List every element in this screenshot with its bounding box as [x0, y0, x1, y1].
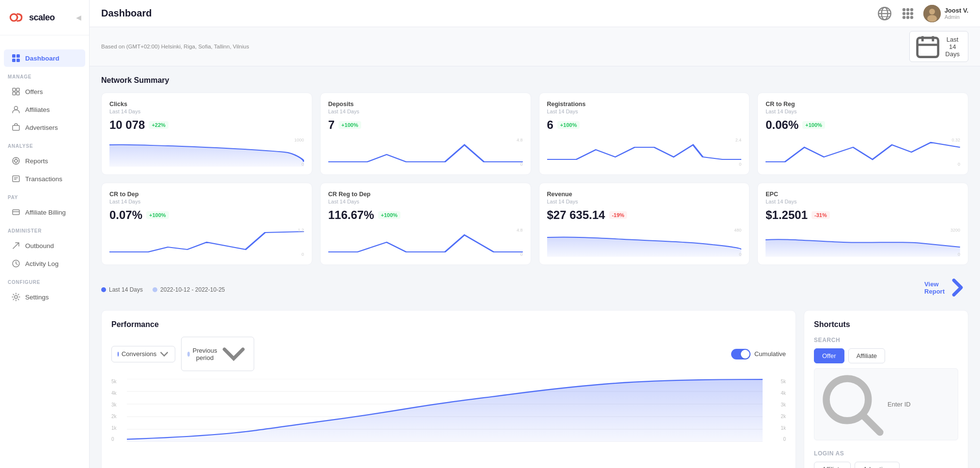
metric-reg-badge: +100%: [557, 121, 580, 129]
metric-deposits-label: Deposits: [328, 101, 523, 108]
cumulative-switch[interactable]: [731, 349, 750, 359]
globe-icon[interactable]: [877, 6, 892, 21]
svg-point-29: [902, 12, 905, 15]
search-id-input[interactable]: [888, 401, 953, 408]
sidebar-item-transactions[interactable]: Transactions: [4, 170, 85, 187]
svg-rect-17: [13, 210, 19, 215]
prev-period-dropdown[interactable]: Previous period: [181, 337, 254, 371]
metric-revenue-period: Last 14 Days: [547, 199, 742, 204]
sidebar-item-outbound-label: Outbound: [25, 242, 54, 250]
metric-epc-period: Last 14 Days: [766, 199, 960, 204]
performance-section: Performance Conversions Previous period: [101, 310, 796, 468]
metric-revenue-label: Revenue: [547, 191, 742, 198]
sidebar-item-advertisers[interactable]: Advertisers: [4, 119, 85, 136]
settings-icon: [12, 293, 20, 301]
svg-rect-11: [13, 125, 19, 130]
metric-cr-reg-dep-period: Last 14 Days: [328, 199, 523, 204]
epc-chart: 3200 0: [766, 228, 960, 257]
outbound-icon: [12, 241, 20, 250]
search-affiliate-btn[interactable]: Affiliate: [848, 348, 885, 363]
apps-icon[interactable]: [900, 6, 916, 21]
legend-previous-label: 2022-10-12 - 2022-10-25: [160, 286, 225, 293]
metric-cr-reg-period: Last 14 Days: [766, 109, 960, 114]
sidebar-collapse-icon[interactable]: ◀: [76, 14, 81, 21]
user-role: Admin: [945, 14, 968, 20]
user-details: Joost V. Admin: [945, 7, 968, 20]
clicks-chart: 1000 0: [109, 138, 304, 167]
sidebar: scaleo ◀ Dashboard MANAGE Offers Affilia…: [0, 0, 90, 468]
metric-cr-reg: CR to Reg Last 14 Days 0.06% +100% 0.32 …: [757, 93, 968, 175]
cr-reg-dep-chart: 4.8 0: [328, 228, 523, 257]
sidebar-nav: Dashboard MANAGE Offers Affiliates Adver…: [0, 35, 89, 468]
shortcuts-login-btns: Affiliate Advertiser: [814, 462, 958, 468]
dropdown-chevron-icon2: [220, 340, 247, 368]
sidebar-item-billing-label: Affiliate Billing: [25, 209, 66, 216]
prev-period-dot: [187, 352, 190, 357]
metric-registrations: Registrations Last 14 Days 6 +100% 2.4 0: [539, 93, 750, 175]
metric-clicks: Clicks Last 14 Days 10 078 +22% 1000 0: [101, 93, 312, 175]
chart-footer: Last 14 Days 2022-10-12 - 2022-10-25 Vie…: [101, 273, 968, 302]
metric-cr-reg-value: 0.06%: [766, 118, 798, 132]
avatar: [923, 5, 941, 22]
sidebar-item-offers[interactable]: Offers: [4, 83, 85, 100]
date-range-button[interactable]: Last 14 Days: [909, 31, 968, 62]
metric-reg-value: 6: [547, 118, 553, 132]
user-info[interactable]: Joost V. Admin: [923, 5, 968, 22]
metric-epc: EPC Last 14 Days $1.2501 -31% 3200 0: [757, 183, 968, 265]
svg-point-27: [906, 8, 909, 11]
metric-reg-period: Last 14 Days: [547, 109, 742, 114]
reports-icon: [12, 156, 20, 165]
svg-line-49: [864, 416, 880, 433]
conversions-dot: [118, 352, 119, 357]
metric-clicks-value: 10 078: [109, 118, 145, 132]
login-advertiser-btn[interactable]: Advertiser: [855, 462, 900, 468]
sidebar-item-reports-label: Reports: [25, 157, 48, 165]
sidebar-item-settings[interactable]: Settings: [4, 288, 85, 306]
legend-previous-dot: [153, 287, 157, 292]
sidebar-item-outbound[interactable]: Outbound: [4, 237, 85, 254]
content-area: Network Summary Clicks Last 14 Days 10 0…: [90, 66, 980, 468]
shortcuts-section: Shortcuts Search Offer Affiliate Login: [804, 310, 968, 468]
svg-point-33: [906, 16, 909, 18]
cumulative-toggle: Cumulative: [731, 349, 786, 359]
metric-cr-dep-value: 0.07%: [109, 208, 142, 222]
legend-previous: 2022-10-12 - 2022-10-25: [153, 286, 225, 293]
metric-revenue: Revenue Last 14 Days $27 635.14 -19% 480…: [539, 183, 750, 265]
svg-point-10: [15, 107, 18, 110]
toggle-knob: [741, 350, 750, 359]
svg-rect-6: [13, 88, 15, 91]
sidebar-item-affiliates[interactable]: Affiliates: [4, 101, 85, 118]
metric-revenue-value: $27 635.14: [547, 208, 605, 222]
svg-point-34: [910, 16, 913, 18]
sidebar-item-reports[interactable]: Reports: [4, 152, 85, 170]
shortcuts-title: Shortcuts: [814, 320, 958, 329]
conversions-dropdown[interactable]: Conversions: [111, 346, 175, 362]
view-report-text: View Report: [924, 281, 945, 295]
user-name: Joost V.: [945, 7, 968, 14]
svg-point-13: [15, 159, 17, 162]
deposits-chart: 4.8 0: [328, 138, 523, 167]
search-offer-btn[interactable]: Offer: [814, 348, 844, 363]
sidebar-item-affiliate-billing[interactable]: Affiliate Billing: [4, 203, 85, 221]
shortcuts-login-label: Login as: [814, 450, 958, 457]
chart-inner: [127, 379, 763, 442]
sidebar-item-activity-log[interactable]: Activity Log: [4, 255, 85, 272]
svg-rect-5: [16, 59, 20, 62]
chevron-right-icon: [947, 277, 968, 298]
svg-rect-38: [918, 38, 938, 57]
metric-deposits-badge: +100%: [338, 121, 361, 129]
sidebar-item-transactions-label: Transactions: [25, 175, 62, 183]
shortcuts-login: Login as Affiliate Advertiser: [814, 450, 958, 468]
svg-rect-14: [13, 176, 19, 182]
affiliates-icon: [12, 105, 20, 114]
dropdown-chevron-icon: [159, 349, 169, 359]
metric-cr-reg-dep-badge: +100%: [378, 211, 401, 219]
metric-epc-label: EPC: [766, 191, 960, 198]
metric-clicks-badge: +22%: [149, 121, 168, 129]
view-report-link[interactable]: View Report: [924, 277, 968, 298]
search-id-input-row: [814, 368, 958, 440]
metric-clicks-period: Last 14 Days: [109, 109, 304, 114]
sidebar-item-dashboard[interactable]: Dashboard: [4, 49, 85, 67]
login-affiliate-btn[interactable]: Affiliate: [814, 462, 851, 468]
timezone-text: Based on (GMT+02:00) Helsinki, Riga, Sof…: [101, 44, 249, 49]
